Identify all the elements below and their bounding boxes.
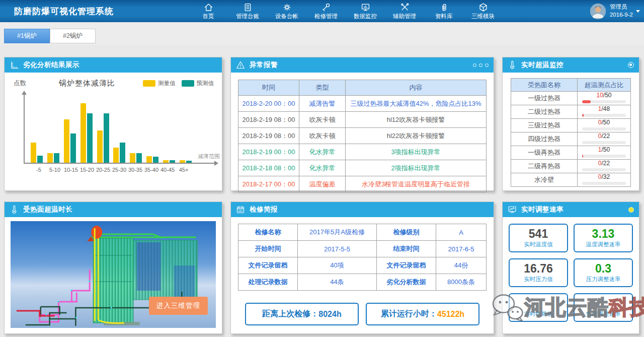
overtemp-row: 一级过热器10/50: [511, 92, 631, 105]
maintenance-value: 2017年5月A级检修: [298, 224, 377, 241]
x-tick-label: 10-15: [63, 167, 79, 173]
bar-预测值: [136, 153, 142, 163]
overtemp-row: 水冷壁0/32: [511, 173, 631, 187]
progress-fill: [582, 114, 584, 117]
alarm-row: 2018-2-19 08：00吹灰卡顿hl22吹灰器卡顿报警: [238, 128, 487, 144]
overtemp-ratio: 10/50: [578, 92, 631, 105]
boiler-tabbar: #1锅炉#2锅炉: [0, 22, 644, 45]
total-run-hours-button[interactable]: 累计运行小时：45122h: [366, 303, 479, 325]
alarm-cell: 2018-2-19 00：00: [238, 144, 299, 160]
maintenance-row: 处理记录数据44条劣化分析数据8000条条: [238, 274, 487, 291]
overtemp-row: 四级过热器0/22: [511, 132, 631, 146]
user-date: 2016-9-2: [610, 11, 633, 19]
chart-x-axis-label: 减薄范围: [198, 153, 220, 160]
rate-label: 压力调整速率: [586, 276, 621, 283]
maintenance-table: 检修名称2017年5月A级检修检修级别A开始时间2017-5-5结束时间2017…: [238, 224, 487, 291]
alarm-table: 时间类型内容 2018-2-20 00：00减薄告警三级过热器最大减薄值42%，…: [238, 80, 487, 192]
maintenance-label: 劣化分析数据: [377, 274, 436, 291]
rate-value: 3.13: [592, 228, 615, 240]
rate-value: 541: [529, 228, 548, 240]
tab-boiler2[interactable]: #2锅炉: [50, 29, 96, 43]
ratio-value: 0/22: [578, 132, 630, 140]
since-last-maintenance-button[interactable]: 距离上次检修：8024h: [245, 303, 359, 325]
bar-group: [97, 113, 109, 163]
nav-item-equipment[interactable]: 设备台帐: [274, 2, 300, 20]
progress-track: [582, 168, 626, 171]
bar-预测值: [120, 143, 125, 163]
thinning-bar-chart: -55-1010-1515-2020-2525-3030-3535-4040-4…: [27, 89, 219, 174]
ratio-value: 1/50: [578, 146, 630, 153]
bar-测量值: [47, 153, 53, 163]
alarm-cell: 三级过热器最大减薄值42%，危险点占比13%: [346, 96, 487, 112]
maintenance-row: 检修名称2017年5月A级检修检修级别A: [238, 224, 487, 241]
nav-item-aux-manage[interactable]: 辅助管理: [391, 2, 418, 20]
hot-count: 1: [598, 105, 602, 112]
column-header: 时间: [238, 80, 299, 96]
x-tick-label: 20-25: [95, 167, 111, 173]
nav-item-ledger[interactable]: 管理台账: [234, 2, 261, 20]
hot-count: 0: [598, 132, 602, 140]
progress-track: [582, 155, 626, 158]
enter-3d-management-button[interactable]: 进入三维管理: [149, 297, 208, 315]
chart-y-axis-label: 点数: [14, 79, 26, 88]
maintenance-value: 40项: [298, 257, 377, 274]
legend-label: 测量值: [158, 80, 176, 87]
rate-label: 实时压力值: [524, 276, 553, 283]
nav-item-maintenance[interactable]: 检修管理: [313, 2, 339, 20]
maintenance-label: 开始时间: [238, 241, 298, 257]
user-menu[interactable]: 管理员 2016-9-2: [590, 0, 633, 22]
alarm-cell: 2018-2-19 08：00: [238, 128, 299, 144]
legend-item: 测量值: [143, 80, 176, 87]
surface-name: 二级过热器: [511, 105, 578, 119]
rate-label: 实时负荷值: [524, 310, 553, 318]
alarm-cell: 温度偏差: [299, 176, 346, 192]
bar-group: [146, 156, 158, 163]
thermometer-icon: [10, 205, 19, 214]
nav-label: 管理台账: [236, 13, 259, 20]
rate-value: 16.76: [524, 262, 553, 275]
bar-预测值: [104, 113, 109, 163]
button-label: 距离上次检修：: [262, 309, 318, 319]
tools-icon: [400, 2, 410, 12]
alarm-cell: 化水异常: [299, 144, 346, 160]
alarm-cell: hl22吹灰器卡顿报警: [346, 128, 487, 144]
overtemp-ratio: 0/50: [578, 119, 631, 132]
ratio-value: 10/50: [578, 92, 630, 99]
bar-预测值: [54, 153, 59, 163]
warning-icon: [236, 60, 245, 70]
chart-legend: 测量值预测值: [143, 80, 214, 87]
alarm-cell: 2018-2-19 08：00: [238, 112, 299, 128]
ledger-icon: [243, 2, 253, 12]
boiler-3d-view[interactable]: 进入三维管理: [11, 221, 216, 328]
nav-item-data-monitor[interactable]: 数据监控: [352, 2, 378, 20]
rate-value: 0.3: [595, 262, 611, 275]
overtemp-ratio: 1/50: [578, 146, 631, 160]
panel-title: 检修简报: [250, 205, 278, 214]
x-tick-label: 15-20: [79, 167, 95, 173]
legend-swatch: [143, 80, 155, 87]
progress-fill: [582, 155, 583, 158]
nav-item-home[interactable]: 首页: [195, 2, 221, 20]
alarm-row: 2018-2-17 00：00温度偏差水冷壁3根管道温度明显高于临近管排: [238, 176, 487, 192]
bar-预测值: [70, 133, 76, 163]
more-options-icon[interactable]: [473, 63, 489, 67]
alarm-cell: 2018-2-17 00：00: [238, 176, 299, 192]
status-indicator-icon: [628, 62, 634, 68]
x-tick-label: 5-10: [47, 167, 63, 173]
wrench-icon: [321, 2, 331, 12]
ratio-value: 0/22: [578, 160, 630, 167]
rate-label: 负荷调整速率: [586, 310, 621, 318]
gear-icon: [282, 2, 292, 12]
nav-item-module-3d[interactable]: 三维模块: [470, 2, 496, 20]
overtemp-row: 三级过热器0/50: [511, 119, 631, 132]
nav-item-library[interactable]: 资料库: [431, 2, 457, 20]
overtemp-table: 受热面名称超温测点占比 一级过热器10/50二级过热器1/48三级过热器0/50…: [511, 78, 631, 187]
bar-测量值: [146, 156, 152, 163]
panel-realtime-overtemp: 实时超温监控 受热面名称超温测点占比 一级过热器10/50二级过热器1/48三级…: [502, 57, 639, 191]
bar-group: [80, 103, 93, 163]
tab-boiler1[interactable]: #1锅炉: [4, 29, 50, 43]
avatar: [590, 4, 606, 19]
ratio-value: 0/32: [578, 173, 630, 180]
chevron-down-icon[interactable]: [636, 10, 640, 13]
bar-测量值: [113, 148, 119, 163]
